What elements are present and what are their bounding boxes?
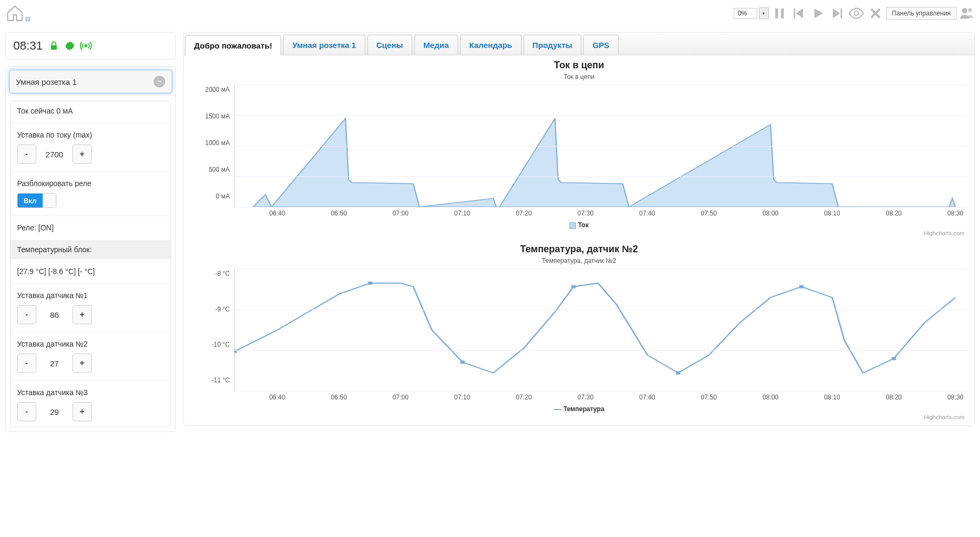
- zoom-percent-select[interactable]: 0%: [734, 8, 757, 19]
- legend-line-icon: [554, 409, 561, 410]
- svg-rect-18: [571, 285, 575, 288]
- window-marker-icon: [26, 17, 30, 21]
- sensor1-increment[interactable]: +: [73, 305, 92, 324]
- tab-calendar[interactable]: Календарь: [460, 35, 521, 55]
- svg-point-7: [854, 11, 858, 15]
- sensor3-value: 29: [39, 403, 69, 421]
- setpoint-current-stepper: - 2700 +: [17, 145, 164, 164]
- svg-point-14: [85, 45, 87, 47]
- socket-panel-body: Ток сейчас 0 мА Уставка по току (max) - …: [6, 97, 175, 431]
- sensor3-increment[interactable]: +: [73, 402, 92, 421]
- control-panel-button[interactable]: Панель управления: [886, 7, 957, 20]
- chart-temp-body: -8 °C-9 °C-10 °C-11 °C: [190, 269, 968, 391]
- sensor3-label: Уставка датчика №3: [17, 388, 164, 397]
- svg-rect-19: [676, 371, 680, 374]
- tabs: Добро пожаловать! Умная розетка 1 Сцены …: [184, 33, 974, 55]
- relay-toggle-on: Вкл: [18, 194, 43, 207]
- svg-rect-6: [840, 9, 842, 19]
- sensor2-stepper: - 27 +: [17, 354, 164, 373]
- zoom-dropdown-button[interactable]: ▾: [759, 7, 769, 19]
- sensor2-label: Уставка датчика №2: [17, 340, 164, 348]
- sidebar: 08:31 Умная розетка 1 − Ток сейчас 0 мА …: [5, 32, 176, 432]
- sensor1-stepper: - 86 +: [17, 305, 164, 324]
- chart-current-subtitle: Ток в цепи: [190, 73, 968, 81]
- svg-rect-21: [891, 357, 896, 360]
- clock: 08:31: [13, 39, 43, 53]
- chart-temp-subtitle: Температура, датчик №2: [190, 257, 968, 265]
- eye-icon[interactable]: [848, 5, 865, 22]
- divider: [11, 332, 171, 332]
- socket-subblock: Ток сейчас 0 мА Уставка по току (max) - …: [10, 101, 171, 427]
- svg-rect-17: [460, 360, 464, 364]
- relay-status: Реле: [ON]: [17, 223, 164, 232]
- signal-icon: [80, 40, 92, 52]
- pause-icon[interactable]: [771, 5, 788, 22]
- chart-current-title: Ток в цепи: [190, 60, 968, 71]
- sensor3-decrement[interactable]: -: [17, 402, 36, 421]
- home-icon[interactable]: [5, 4, 25, 23]
- sensor1-decrement[interactable]: -: [17, 305, 36, 324]
- svg-marker-2: [796, 9, 802, 19]
- svg-point-10: [962, 8, 967, 13]
- temp-readings: [27.9 °C] [-8.6 °C] [- °C]: [17, 267, 164, 276]
- svg-point-11: [968, 8, 973, 12]
- close-icon[interactable]: [867, 5, 884, 22]
- skip-forward-icon[interactable]: [829, 5, 846, 22]
- setpoint-current-label: Уставка по току (max): [17, 131, 164, 139]
- socket-panel: Умная розетка 1 − Ток сейчас 0 мА Уставк…: [5, 66, 176, 432]
- legend-swatch-icon: [569, 222, 576, 229]
- tab-welcome[interactable]: Добро пожаловать!: [185, 35, 281, 55]
- socket-panel-header[interactable]: Умная розетка 1 −: [9, 70, 172, 93]
- svg-marker-4: [814, 9, 823, 19]
- divider: [11, 123, 171, 123]
- tab-gps[interactable]: GPS: [583, 35, 618, 55]
- relay-toggle-off: [43, 194, 56, 207]
- divider: [11, 171, 171, 172]
- main-panel: Добро пожаловать! Умная розетка 1 Сцены …: [183, 32, 975, 426]
- chart-temp-title: Температура, датчик №2: [190, 244, 968, 255]
- chart-temp-credit: Highcharts.com: [190, 413, 968, 423]
- charts-container: Ток в цепи Ток в цепи 2000 мА1500 мА1000…: [184, 55, 974, 426]
- setpoint-current-increment[interactable]: +: [73, 145, 92, 164]
- skip-back-icon[interactable]: [790, 5, 807, 22]
- topbar: 0% ▾ Панель управления: [0, 0, 980, 27]
- sensor3-stepper: - 29 +: [17, 402, 164, 421]
- temp-block-header: Температурный блок:: [11, 241, 171, 259]
- relay-toggle[interactable]: Вкл: [17, 193, 57, 208]
- sensor2-value: 27: [39, 355, 69, 372]
- chart-temp-legend-text: Температура: [564, 405, 605, 413]
- tab-media[interactable]: Медиа: [414, 35, 458, 55]
- topbar-left: [5, 4, 30, 23]
- svg-rect-20: [799, 285, 804, 288]
- chart-current-yaxis: 2000 мА1500 мА1000 мА500 мА0 мА: [190, 85, 234, 207]
- svg-marker-5: [833, 9, 840, 19]
- sensor2-increment[interactable]: +: [73, 354, 92, 373]
- chart-current-credit: Highcharts.com: [190, 229, 968, 239]
- status-card: 08:31: [5, 32, 176, 60]
- chart-temp-xaxis: 06:4006:5007:0007:1007:2007:3007:4007:50…: [234, 391, 968, 401]
- sensor2-decrement[interactable]: -: [17, 354, 36, 373]
- svg-rect-12: [51, 45, 57, 50]
- collapse-button[interactable]: −: [154, 76, 165, 87]
- play-icon[interactable]: [809, 5, 826, 22]
- unlock-relay-label: Разблокировать реле: [17, 179, 164, 188]
- chart-temp: Температура, датчик №2 Температура, датч…: [190, 242, 968, 423]
- status-icons: [48, 40, 92, 52]
- tab-scenes[interactable]: Сцены: [367, 35, 412, 55]
- chart-temp-legend: Температура: [190, 405, 968, 413]
- tab-products[interactable]: Продукты: [524, 35, 582, 55]
- chart-current-body: 2000 мА1500 мА1000 мА500 мА0 мА: [190, 85, 968, 207]
- tab-socket[interactable]: Умная розетка 1: [283, 35, 365, 55]
- user-icon[interactable]: [959, 5, 975, 21]
- socket-panel-title: Умная розетка 1: [16, 77, 77, 86]
- chart-temp-yaxis: -8 °C-9 °C-10 °C-11 °C: [190, 269, 234, 391]
- setpoint-current-decrement[interactable]: -: [17, 145, 36, 164]
- setpoint-current-value: 2700: [39, 146, 69, 163]
- chart-current-legend-text: Ток: [578, 221, 589, 229]
- svg-rect-0: [775, 9, 778, 19]
- lock-icon: [48, 40, 60, 52]
- chart-current-plot: [234, 85, 968, 207]
- svg-rect-3: [793, 9, 795, 19]
- sensor1-label: Уставка датчика №1: [17, 291, 164, 300]
- chart-current: Ток в цепи Ток в цепи 2000 мА1500 мА1000…: [190, 58, 968, 239]
